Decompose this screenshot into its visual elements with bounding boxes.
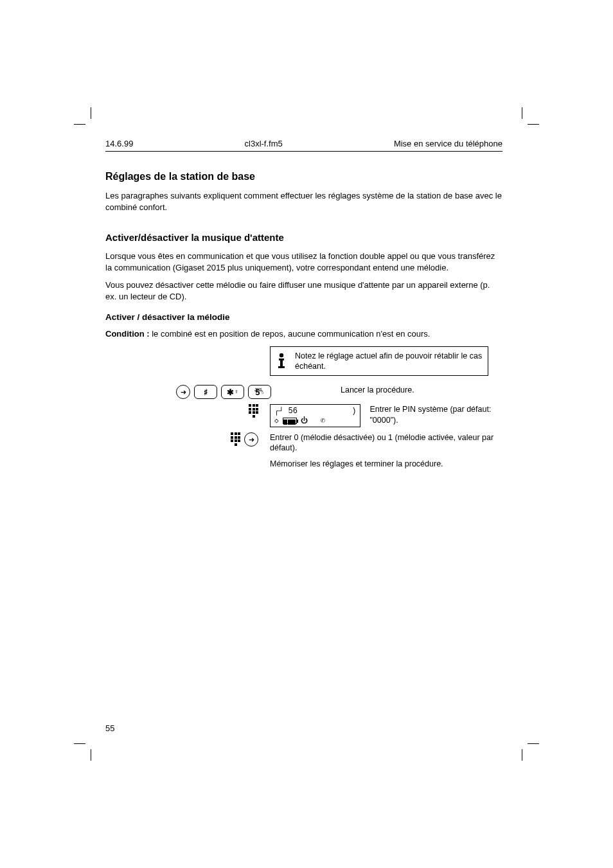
crop-mark [91, 749, 91, 761]
info-text: Notez le réglage actuel afin de pouvoir … [295, 351, 483, 372]
section-title: Réglages de la station de base [105, 171, 502, 182]
star-key-icon: ✱⇧ [221, 385, 244, 399]
condition-text: le combiné est en position de repos, auc… [152, 329, 430, 339]
crop-mark [91, 107, 91, 119]
info-icon [274, 353, 289, 369]
crop-mark [522, 107, 522, 119]
running-header: 14.6.99 cl3xl-f.fm5 Mise en service du t… [105, 139, 502, 148]
lcd-line1: ┌┘ 56 [274, 407, 298, 416]
lcd-display: ┌┘ 56 ) [270, 404, 360, 427]
condition-label: Condition : [105, 329, 150, 339]
step-description: Lancer la procédure. [341, 385, 502, 395]
handset-icon [321, 416, 325, 425]
svg-point-0 [280, 353, 283, 357]
running-title: Mise en service du téléphone [394, 139, 502, 148]
five-key-icon: JKL5☼ [248, 385, 271, 399]
sub-heading: Activer / désactiver la mélodie [105, 312, 502, 322]
battery-icon [283, 418, 297, 424]
crop-mark [522, 749, 522, 761]
running-file: cl3xl-f.fm5 [245, 139, 283, 148]
crop-mark [74, 124, 85, 125]
step-description: Entrer 0 (mélodie désactivée) ou 1 (mélo… [270, 432, 502, 454]
step-description: Mémoriser les réglages et terminer la pr… [270, 459, 502, 469]
crop-mark [528, 743, 539, 744]
keypad-icon [231, 432, 240, 446]
info-box: Notez le réglage actuel afin de pouvoir … [270, 346, 488, 376]
header-rule [105, 151, 502, 152]
svg-rect-2 [280, 359, 283, 366]
svg-rect-3 [278, 366, 285, 368]
key-sequence: ♯ ✱⇧ JKL5☼ [176, 385, 271, 399]
keypad-icon [249, 404, 258, 418]
intro-paragraph: Les paragraphes suivants expliquent comm… [105, 190, 502, 213]
diamond-icon [274, 416, 279, 425]
body-paragraph: Vous pouvez désactiver cette mélodie ou … [105, 279, 502, 302]
power-icon [301, 416, 308, 425]
subsection-title: Activer/désactiver la musique d'attente [105, 232, 502, 243]
lcd-paren: ) [351, 407, 356, 416]
hash-key-icon: ♯ [194, 385, 217, 399]
page-date: 14.6.99 [105, 139, 133, 148]
crop-mark [74, 743, 85, 744]
body-paragraph: Lorsque vous êtes en communication et qu… [105, 251, 502, 273]
crop-mark [528, 124, 539, 125]
condition-line: Condition : le combiné est en position d… [105, 328, 502, 340]
step-description: Entrer le PIN système (par défaut: "0000… [369, 404, 502, 425]
arrow-key-icon [244, 432, 258, 447]
arrow-key-icon [176, 385, 190, 399]
page-number: 55 [105, 723, 114, 733]
